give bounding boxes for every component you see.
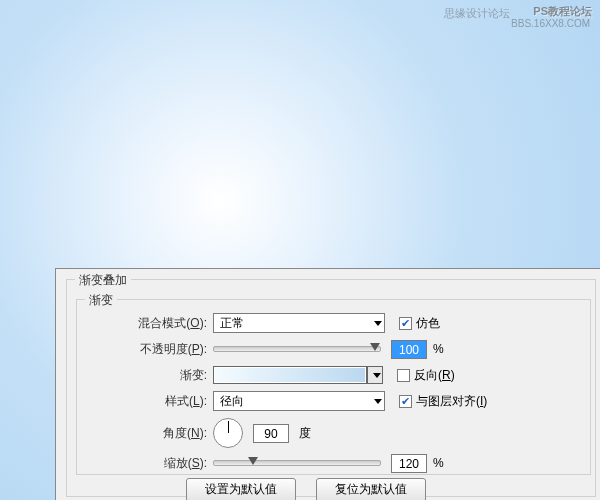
watermark-text: 思缘设计论坛 bbox=[444, 6, 510, 21]
scale-label: 缩放(S): bbox=[77, 455, 213, 472]
gradient-preview[interactable] bbox=[213, 366, 367, 384]
slider-handle-icon[interactable] bbox=[248, 457, 258, 465]
opacity-slider[interactable] bbox=[213, 346, 381, 352]
dither-checkbox[interactable]: ✔ bbox=[399, 317, 412, 330]
align-label: 与图层对齐(I) bbox=[416, 393, 487, 410]
angle-indicator-icon bbox=[228, 421, 229, 433]
style-value: 径向 bbox=[220, 393, 244, 410]
fieldset-outer-title: 渐变叠加 bbox=[75, 272, 131, 289]
angle-input[interactable]: 90 bbox=[253, 424, 289, 443]
scale-input[interactable]: 120 bbox=[391, 454, 427, 473]
reverse-label: 反向(R) bbox=[414, 367, 455, 384]
watermark-text: PS教程论坛 bbox=[533, 4, 592, 19]
check-icon: ✔ bbox=[401, 396, 410, 407]
gradient-dropdown-button[interactable] bbox=[367, 366, 383, 384]
scale-unit: % bbox=[433, 456, 444, 470]
watermark-url: BBS.16XX8.COM bbox=[511, 18, 590, 29]
blend-mode-label: 混合模式(O): bbox=[77, 315, 213, 332]
align-checkbox[interactable]: ✔ bbox=[399, 395, 412, 408]
fieldset-inner: 渐变 混合模式(O): 正常 ✔ 仿色 不透明度(P): 100 % 渐变: bbox=[76, 299, 591, 475]
opacity-input[interactable]: 100 bbox=[391, 340, 427, 359]
style-label: 样式(L): bbox=[77, 393, 213, 410]
check-icon: ✔ bbox=[401, 318, 410, 329]
reset-default-button[interactable]: 复位为默认值 bbox=[316, 478, 426, 500]
dither-label: 仿色 bbox=[416, 315, 440, 332]
gradient-overlay-panel: 渐变叠加 渐变 混合模式(O): 正常 ✔ 仿色 不透明度(P): 100 % bbox=[55, 268, 600, 500]
reverse-checkbox[interactable] bbox=[397, 369, 410, 382]
gradient-label: 渐变: bbox=[77, 367, 213, 384]
blend-mode-value: 正常 bbox=[220, 315, 244, 332]
style-select[interactable]: 径向 bbox=[213, 391, 385, 411]
chevron-down-icon bbox=[373, 373, 381, 378]
slider-handle-icon[interactable] bbox=[370, 343, 380, 351]
opacity-unit: % bbox=[433, 342, 444, 356]
angle-dial[interactable] bbox=[213, 418, 243, 448]
blend-mode-select[interactable]: 正常 bbox=[213, 313, 385, 333]
chevron-down-icon bbox=[374, 321, 382, 326]
scale-slider[interactable] bbox=[213, 460, 381, 466]
angle-label: 角度(N): bbox=[77, 425, 213, 442]
fieldset-inner-title: 渐变 bbox=[85, 292, 117, 309]
chevron-down-icon bbox=[374, 399, 382, 404]
set-default-button[interactable]: 设置为默认值 bbox=[186, 478, 296, 500]
angle-unit: 度 bbox=[299, 425, 311, 442]
opacity-label: 不透明度(P): bbox=[77, 341, 213, 358]
